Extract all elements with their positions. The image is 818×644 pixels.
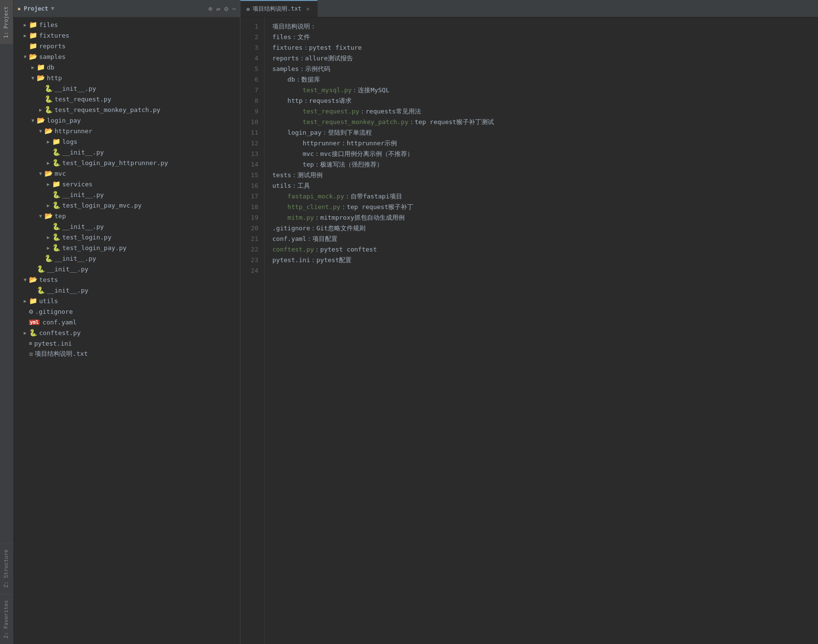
arrow-test-login-pay: ▶ [44, 245, 52, 251]
tree-item-http[interactable]: ▼ 📂 http [14, 72, 240, 83]
folder-icon-login-pay: 📂 [37, 116, 45, 124]
pyfile-icon-test-request-monkey: 🐍 [44, 106, 53, 113]
tree-label-test-login: test_login.py [62, 234, 112, 241]
code-line: http_client.py：tep request猴子补丁 [272, 202, 818, 212]
panel-icons: ⊕ ⇌ ⚙ − [208, 5, 236, 13]
arrow-login-pay: ▼ [29, 118, 37, 123]
tree-item-httprunner[interactable]: ▼ 📂 httprunner [14, 126, 240, 136]
tree-item-mvc-init[interactable]: ▶ 🐍 __init__.py [14, 189, 240, 200]
sidebar-tab-project[interactable]: 1: Project [0, 0, 13, 44]
pyfile-icon-test-login: 🐍 [52, 233, 60, 241]
arrow-tep: ▼ [37, 213, 44, 219]
tree-item-test-login-pay-mvc[interactable]: ▶ 🐍 test_login_pay_mvc.py [14, 200, 240, 210]
tree-item-tep[interactable]: ▼ 📂 tep [14, 210, 240, 221]
code-line: files：文件 [272, 32, 818, 42]
pyfile-icon-tep-init: 🐍 [52, 223, 60, 230]
tree-item-test-login[interactable]: ▶ 🐍 test_login.py [14, 232, 240, 242]
tree-item-login-pay[interactable]: ▼ 📂 login_pay [14, 115, 240, 126]
tree-item-test-login-pay-httprunner[interactable]: ▶ 🐍 test_login_pay_httprunner.py [14, 157, 240, 168]
tab-title: 项目结构说明.txt [253, 5, 301, 13]
code-line: test_request.py：requests常见用法 [272, 106, 818, 117]
tree-item-db[interactable]: ▶ 📁 db [14, 62, 240, 72]
arrow-http: ▼ [29, 75, 37, 81]
pyfile-icon-login-pay-init: 🐍 [44, 254, 53, 262]
tree-item-tep-init[interactable]: ▶ 🐍 __init__.py [14, 221, 240, 232]
sidebar-tab-structure[interactable]: Z: Structure [0, 543, 13, 593]
tree-label-reports: reports [39, 42, 66, 50]
tree-label-tep-init: __init__.py [62, 223, 104, 230]
pyfile-icon-test-login-pay: 🐍 [52, 244, 60, 252]
code-line: samples：示例代码 [272, 64, 818, 74]
arrow-test-login: ▶ [44, 235, 52, 240]
add-icon[interactable]: ⊕ [208, 5, 212, 13]
tree-label-logs: logs [62, 138, 77, 145]
folder-icon-httprunner: 📂 [44, 127, 53, 135]
arrow-db: ▶ [29, 65, 37, 70]
collapse-icon[interactable]: ⇌ [216, 5, 220, 13]
code-line: reports：allure测试报告 [272, 53, 818, 64]
ini-icon-pytest: ≡ [29, 340, 32, 347]
tree-label-httprunner-init: __init__.py [62, 149, 104, 156]
tree-item-logs[interactable]: ▶ 📁 logs [14, 136, 240, 147]
settings-icon[interactable]: ⚙ [224, 5, 228, 13]
code-line: fixtures：pytest fixture [272, 42, 818, 53]
tree-item-pytest-ini[interactable]: ▶ ≡ pytest.ini [14, 338, 240, 349]
tree-item-reports[interactable]: ▶ 📁 reports [14, 41, 240, 51]
folder-icon-files: 📁 [29, 21, 37, 28]
sidebar-tab-favorites[interactable]: 2: Favorites [0, 594, 13, 644]
arrow-fixtures: ▶ [21, 33, 29, 38]
tree-item-samples[interactable]: ▼ 📂 samples [14, 51, 240, 62]
tree-item-tests-init[interactable]: ▶ 🐍 __init__.py [14, 285, 240, 295]
tree-label-tests-init: __init__.py [47, 287, 88, 294]
arrow-conftest: ▶ [21, 330, 29, 336]
tree-item-test-login-pay[interactable]: ▶ 🐍 test_login_pay.py [14, 242, 240, 253]
tree-item-conftest[interactable]: ▶ 🐍 conftest.py [14, 327, 240, 338]
tree-item-mvc[interactable]: ▼ 📂 mvc [14, 168, 240, 179]
panel-title-text: Project [24, 5, 48, 12]
pyfile-icon-test-request: 🐍 [44, 95, 53, 103]
tree-label-gitignore: .gitignore [35, 308, 72, 315]
tree-item-fixtures[interactable]: ▶ 📁 fixtures [14, 30, 240, 41]
code-line [272, 266, 818, 276]
tree-item-test-request-monkey[interactable]: ▶ 🐍 test_request_monkey_patch.py [14, 104, 240, 115]
code-line: login_pay：登陆到下单流程 [272, 127, 818, 138]
arrow-logs: ▶ [44, 139, 52, 144]
tree-item-files[interactable]: ▶ 📁 files [14, 19, 240, 30]
tree-item-gitignore[interactable]: ▶ ⚙ .gitignore [14, 306, 240, 317]
code-line: http：requests请求 [272, 96, 818, 106]
tree-item-http-init[interactable]: ▶ 🐍 __init__.py [14, 83, 240, 94]
tab-file-icon: ≡ [246, 6, 250, 13]
code-line: test_mysql.py：连接MySQL [272, 85, 818, 96]
arrow-services: ▶ [44, 182, 52, 187]
tree-item-utils[interactable]: ▶ 📁 utils [14, 295, 240, 306]
tree-label-conf-yaml: conf.yaml [42, 319, 76, 326]
tree-label-test-login-pay: test_login_pay.py [62, 244, 127, 252]
tree-item-httprunner-init[interactable]: ▶ 🐍 __init__.py [14, 147, 240, 157]
tree-item-test-request[interactable]: ▶ 🐍 test_request.py [14, 94, 240, 104]
code-line: tep：极速写法（强烈推荐） [272, 159, 818, 170]
minimize-icon[interactable]: − [232, 5, 236, 13]
tree-label-mvc: mvc [55, 170, 66, 177]
tree-label-login-pay-init: __init__.py [55, 255, 96, 262]
tree-label-conftest: conftest.py [39, 329, 81, 336]
tree-label-test-request-monkey: test_request_monkey_patch.py [55, 106, 160, 113]
code-line: utils：工具 [272, 181, 818, 191]
tree-label-project-txt: 项目结构说明.txt [35, 350, 87, 358]
tab-bar: ≡ 项目结构说明.txt ✕ [240, 0, 818, 17]
tree-label-test-request: test_request.py [55, 96, 111, 103]
editor-tab-project-txt[interactable]: ≡ 项目结构说明.txt ✕ [240, 0, 318, 17]
tree-item-samples-init[interactable]: ▶ 🐍 __init__.py [14, 264, 240, 274]
pyfile-icon-mvc-init: 🐍 [52, 191, 60, 198]
tree-item-services[interactable]: ▶ 📁 services [14, 179, 240, 189]
tree-item-tests[interactable]: ▼ 📂 tests [14, 274, 240, 285]
tab-close-button[interactable]: ✕ [306, 6, 310, 12]
code-line: conf.yaml：项目配置 [272, 234, 818, 244]
code-line: tests：测试用例 [272, 170, 818, 181]
tree-item-project-txt[interactable]: ▶ ≡ 项目结构说明.txt [14, 349, 240, 359]
tree-item-login-pay-init[interactable]: ▶ 🐍 __init__.py [14, 253, 240, 264]
tree-item-conf-yaml[interactable]: ▶ yml conf.yaml [14, 317, 240, 327]
arrow-utils: ▶ [21, 298, 29, 304]
tree-label-tests: tests [39, 276, 58, 283]
code-area[interactable]: 项目结构说明：files：文件fixtures：pytest fixturere… [265, 17, 818, 644]
tree-label-db: db [47, 64, 55, 71]
